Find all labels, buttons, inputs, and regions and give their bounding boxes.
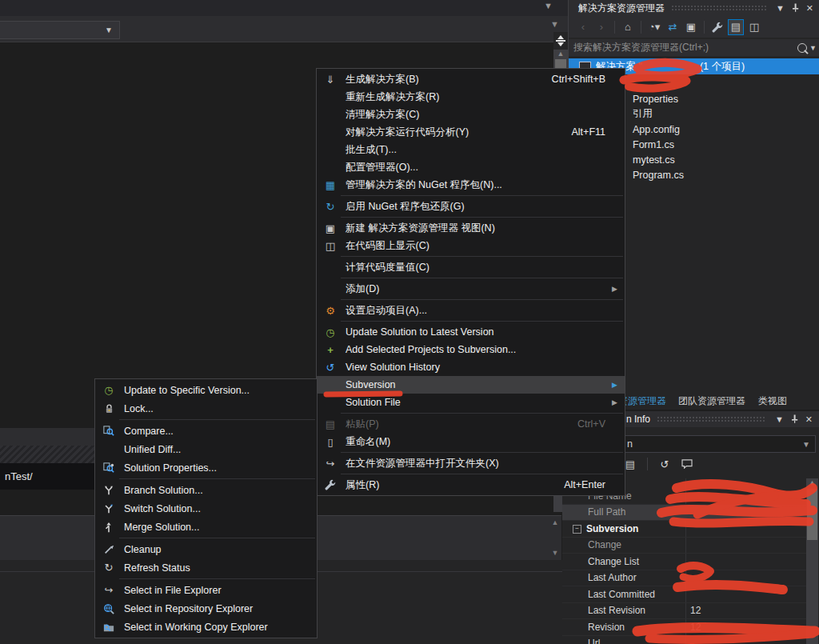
window-position-icon[interactable]: ▼ — [773, 3, 788, 13]
property-row[interactable]: −Subversion — [562, 521, 806, 538]
toolbar-overflow-icon[interactable]: ▼ — [544, 1, 553, 10]
menu-item-label: 粘贴(P) — [346, 418, 379, 431]
scrollbar-thumb[interactable] — [807, 489, 817, 540]
menu-separator — [341, 217, 623, 218]
menu-item[interactable]: Solution Properties... — [95, 458, 317, 477]
close-icon[interactable]: ✕ — [802, 414, 816, 425]
menu-item[interactable]: ▦管理解决方案的 NuGet 程序包(N)... — [317, 176, 625, 194]
menu-item[interactable]: 配置管理器(O)... — [317, 158, 625, 176]
editor-splitter-handle[interactable] — [553, 32, 568, 50]
collapse-expander-icon[interactable]: − — [573, 525, 581, 534]
forward-icon[interactable]: › — [593, 19, 609, 35]
refresh-icon[interactable]: ⇄ — [665, 19, 681, 35]
menu-item-label: Update Solution to Latest Version — [346, 326, 494, 338]
menu-item[interactable]: Merge Solution... — [95, 518, 317, 536]
background-hatch-strip — [0, 446, 94, 463]
properties-wrench-icon[interactable] — [709, 19, 725, 35]
sync-with-active-document-icon[interactable]: ◫ — [746, 19, 762, 35]
pin-icon[interactable] — [788, 3, 803, 14]
property-row[interactable]: Last Revision12 — [562, 603, 806, 620]
menu-item[interactable]: 属性(R)Alt+Enter — [317, 476, 625, 494]
toolbar-separator — [641, 21, 641, 34]
menu-item[interactable]: ◷Update Solution to Latest Version — [317, 323, 625, 341]
menu-item[interactable]: Unified Diff... — [95, 440, 317, 458]
property-row[interactable]: Change — [562, 538, 806, 554]
menu-item[interactable]: Compare... — [95, 422, 317, 440]
cleanup-icon — [100, 544, 118, 555]
pending-changes-icon[interactable]: ◔▾ — [646, 19, 662, 35]
menu-item[interactable]: Select in Repository Explorer — [95, 599, 317, 618]
menu-item[interactable]: ↪在文件资源管理器中打开文件夹(X) — [317, 454, 625, 472]
collapse-all-icon[interactable]: ▣ — [683, 19, 699, 35]
menu-separator — [119, 419, 315, 420]
pin-icon[interactable] — [787, 414, 802, 425]
menu-separator — [341, 195, 623, 196]
back-icon[interactable]: ‹ — [575, 19, 591, 35]
menu-item[interactable]: ◷Update to Specific Version... — [95, 381, 317, 399]
configuration-combobox[interactable]: ▼ — [0, 21, 120, 39]
menu-item-label: 启用 NuGet 程序包还原(G) — [346, 200, 465, 214]
property-row[interactable]: Last Committed — [562, 586, 806, 603]
menu-item[interactable]: Branch Solution... — [95, 481, 317, 499]
tool-window-tab[interactable]: 团队资源管理器 — [678, 394, 745, 408]
menu-item[interactable]: 重新生成解决方案(R) — [317, 88, 625, 106]
solution-explorer-toolbar: ‹›⌂◔▾⇄▣▤◫ — [569, 16, 819, 38]
menu-item[interactable]: ⚙设置启动项目(A)... — [317, 302, 625, 319]
new-view-icon: ▣ — [322, 222, 339, 234]
show-all-files-icon[interactable]: ▤ — [728, 19, 744, 35]
menu-item-shortcut: Ctrl+Shift+B — [552, 74, 605, 85]
property-row[interactable]: Change List — [562, 554, 806, 570]
comment-icon[interactable] — [679, 456, 695, 472]
menu-item[interactable]: Lock... — [95, 399, 317, 418]
search-icon[interactable] — [797, 43, 807, 53]
menu-item[interactable]: Switch Solution... — [95, 499, 317, 518]
scrollbar-up-icon[interactable]: ▲ — [552, 518, 559, 526]
menu-item[interactable]: 计算代码度量值(C) — [317, 258, 625, 276]
menu-item[interactable]: ↻启用 NuGet 程序包还原(G) — [317, 198, 625, 215]
menu-item[interactable]: Solution File▶ — [317, 394, 625, 411]
menu-item[interactable]: ↻Refresh Status — [95, 558, 317, 577]
menu-item-label: Lock... — [124, 403, 154, 414]
scrollbar-up-icon[interactable]: ▲ — [806, 478, 818, 486]
grid-scrollbar[interactable]: ▲ — [806, 478, 818, 644]
menu-item[interactable]: ▤粘贴(P)Ctrl+V — [317, 415, 625, 433]
menu-separator — [341, 413, 623, 414]
property-row[interactable]: Url — [562, 636, 806, 644]
menu-item[interactable]: +Add Selected Projects to Subversion... — [317, 341, 625, 358]
menu-item-shortcut: Ctrl+V — [577, 418, 605, 430]
menu-item-label: 重新生成解决方案(R) — [346, 90, 439, 104]
tool-window-tab[interactable]: 类视图 — [758, 394, 787, 408]
menu-item[interactable]: ▯重命名(M) — [317, 433, 625, 450]
property-row[interactable]: Last Author — [562, 570, 806, 587]
menu-item[interactable]: 批生成(T)... — [317, 141, 625, 158]
menu-item-label: 在代码图上显示(C) — [346, 239, 429, 253]
property-row[interactable]: Full Path — [562, 505, 806, 522]
window-position-icon[interactable]: ▼ — [772, 414, 787, 424]
scrollbar-up-icon[interactable]: ▲ — [553, 50, 568, 58]
property-row[interactable]: Revision12 — [562, 619, 806, 636]
titlebar-grip — [657, 416, 765, 422]
menu-item[interactable]: Subversion▶ — [317, 376, 625, 394]
menu-item[interactable]: 对解决方案运行代码分析(Y)Alt+F11 — [317, 123, 625, 141]
menu-item[interactable]: Select in Working Copy Explorer — [95, 618, 317, 636]
output-scrollbar[interactable]: ▲ ▼ — [549, 517, 561, 558]
menu-item[interactable]: ◫在代码图上显示(C) — [317, 237, 625, 254]
splitter-down-arrow-icon — [557, 42, 564, 46]
history-small-icon[interactable]: ↺ — [657, 456, 673, 472]
toolbar-overflow-icon[interactable]: ▼ — [550, 19, 559, 29]
menu-item-label: Unified Diff... — [124, 444, 181, 455]
menu-item[interactable]: ↺View Solution History — [317, 358, 625, 376]
home-icon[interactable]: ⌂ — [620, 19, 636, 35]
menu-item[interactable]: ↪Select in File Explorer — [95, 581, 317, 599]
search-input[interactable]: 搜索解决方案资源管理器(Ctrl+;) ▼ — [569, 38, 819, 56]
menu-item[interactable]: Cleanup — [95, 540, 317, 558]
chevron-down-icon: ▼ — [105, 26, 113, 34]
menu-item[interactable]: 清理解决方案(C) — [317, 106, 625, 123]
close-icon[interactable]: ✕ — [803, 3, 817, 14]
menu-item[interactable]: 添加(D)▶ — [317, 280, 625, 298]
menu-item[interactable]: ⇓生成解决方案(B)Ctrl+Shift+B — [317, 70, 625, 88]
menu-item[interactable]: ▣新建 解决方案资源管理器 视图(N) — [317, 219, 625, 237]
search-options-chevron-icon[interactable]: ▼ — [807, 44, 819, 52]
scrollbar-down-icon[interactable]: ▼ — [552, 549, 559, 557]
lock-icon — [100, 403, 118, 414]
